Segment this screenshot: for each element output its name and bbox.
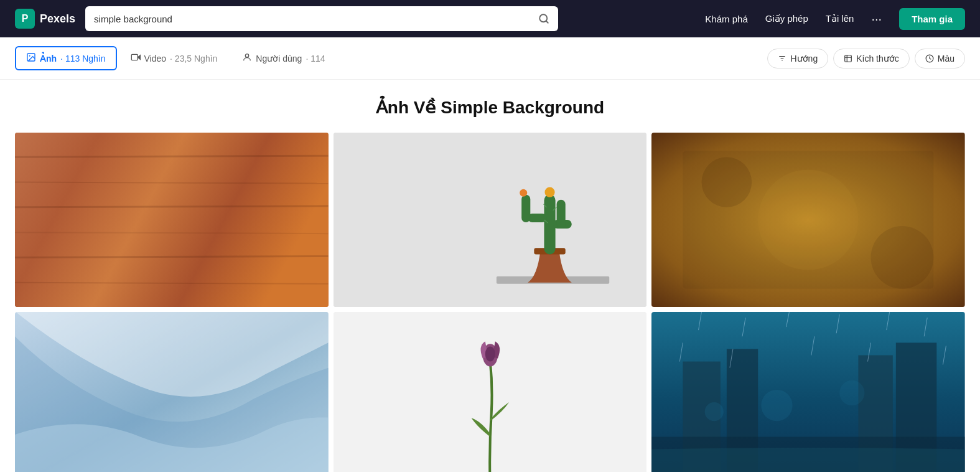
- svg-point-55: [840, 380, 865, 405]
- svg-rect-4: [131, 54, 138, 60]
- photo-item-flower[interactable]: [334, 312, 647, 472]
- svg-line-9: [15, 156, 329, 157]
- filter-color-button[interactable]: Màu: [915, 49, 965, 68]
- svg-rect-7: [845, 55, 852, 62]
- svg-point-24: [520, 189, 527, 197]
- tab-users-label: Người dùng: [256, 54, 302, 64]
- search-input[interactable]: [94, 14, 533, 24]
- tab-video-count: · 23,5 Nghìn: [170, 54, 217, 64]
- tab-video[interactable]: Video · 23,5 Nghìn: [119, 46, 229, 70]
- photo-grid: [0, 128, 980, 472]
- nav-more-button[interactable]: ···: [871, 12, 882, 26]
- page-title: Ảnh Về Simple Background: [0, 97, 980, 118]
- filter-size-button[interactable]: Kích thước: [833, 49, 910, 68]
- tab-users[interactable]: Người dùng · 114: [231, 46, 336, 70]
- tab-users-count: · 114: [306, 54, 325, 64]
- users-tab-icon: [242, 52, 252, 64]
- logo[interactable]: P Pexels: [15, 9, 75, 29]
- tab-video-label: Video: [144, 54, 167, 64]
- search-button[interactable]: [538, 13, 549, 24]
- nav-upload-link[interactable]: Tải lên: [826, 13, 854, 24]
- svg-line-11: [15, 206, 329, 207]
- tab-photo[interactable]: Ảnh · 113 Nghìn: [15, 46, 117, 70]
- video-tab-icon: [131, 52, 141, 64]
- nav-explore-link[interactable]: Khám phá: [705, 14, 747, 24]
- filter-right-buttons: Hướng Kích thước Màu: [767, 49, 965, 68]
- navbar: P Pexels Khám phá Giấy phép Tải lên ··· …: [0, 0, 980, 37]
- photo-item-grunge[interactable]: [651, 133, 965, 307]
- photo-tab-icon: [26, 52, 36, 64]
- filter-bar: Ảnh · 113 Nghìn Video · 23,5 Nghìn Người…: [0, 37, 980, 80]
- photo-item-wave[interactable]: [15, 312, 329, 472]
- tab-photo-label: Ảnh: [40, 54, 57, 64]
- svg-rect-20: [521, 195, 530, 222]
- svg-point-54: [762, 390, 793, 421]
- svg-point-36: [485, 346, 495, 361]
- filter-direction-button[interactable]: Hướng: [767, 49, 828, 68]
- svg-point-6: [246, 54, 249, 57]
- nav-links: Khám phá Giấy phép Tải lên ··· Tham gia: [705, 8, 965, 30]
- svg-rect-32: [683, 151, 934, 289]
- photo-item-wood[interactable]: [15, 133, 329, 307]
- svg-line-13: [15, 256, 329, 257]
- svg-rect-19: [528, 214, 546, 222]
- svg-point-56: [705, 402, 724, 421]
- svg-point-23: [544, 187, 554, 197]
- join-button[interactable]: Tham gia: [899, 8, 965, 30]
- svg-point-3: [29, 55, 30, 57]
- tab-photo-count: · 113 Nghìn: [60, 54, 105, 64]
- logo-icon: P: [15, 9, 35, 29]
- svg-rect-8: [15, 133, 329, 307]
- photo-item-cactus[interactable]: [334, 133, 647, 307]
- nav-license-link[interactable]: Giấy phép: [765, 13, 808, 24]
- photo-item-rain[interactable]: [651, 312, 965, 472]
- svg-line-1: [546, 21, 548, 22]
- svg-rect-22: [556, 200, 565, 229]
- page-title-area: Ảnh Về Simple Background: [0, 80, 980, 128]
- brand-name: Pexels: [40, 12, 75, 26]
- search-bar: [85, 6, 558, 31]
